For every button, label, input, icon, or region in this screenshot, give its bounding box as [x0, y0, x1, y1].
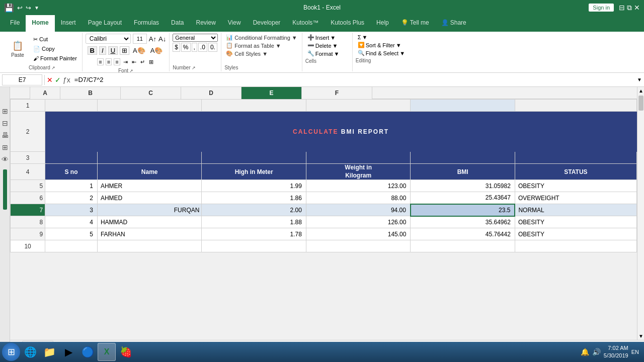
cell-d6[interactable]: 88.00: [306, 192, 411, 204]
cell-e1[interactable]: [411, 100, 515, 112]
taskbar-app-icon[interactable]: 🍓: [117, 343, 135, 361]
cell-e7[interactable]: 23.5: [411, 204, 515, 216]
cut-button[interactable]: ✂ Cut: [31, 35, 79, 44]
cell-a1[interactable]: [45, 100, 98, 112]
underline-button[interactable]: U: [108, 46, 118, 55]
taskbar-notification-icon[interactable]: 🔔: [581, 348, 589, 356]
format-painter-button[interactable]: 🖌 Format Painter: [31, 54, 79, 62]
name-box[interactable]: [2, 74, 42, 85]
wrap-text-icon[interactable]: ↵: [139, 59, 146, 65]
clipboard-expand-icon[interactable]: ↗: [51, 65, 55, 70]
start-button[interactable]: ⊞: [2, 343, 20, 361]
fat-dropdown-icon[interactable]: ▼: [276, 43, 281, 49]
font-size-input[interactable]: [133, 34, 147, 44]
tab-kutools-plus[interactable]: Kutools Plus: [325, 15, 370, 32]
cell-e9[interactable]: 45.76442: [411, 228, 515, 240]
restore-icon[interactable]: ⧉: [627, 4, 632, 12]
cell-b1[interactable]: [97, 100, 202, 112]
taskbar-browser-icon[interactable]: 🌐: [21, 343, 39, 361]
insert-function-icon[interactable]: ƒx: [63, 76, 70, 84]
tab-kutools[interactable]: Kutools™: [286, 15, 325, 32]
cell-d4[interactable]: Weight inKilogram: [306, 164, 411, 180]
scroll-down-button[interactable]: ▼: [637, 332, 644, 340]
formula-input[interactable]: [72, 74, 635, 85]
cell-e5[interactable]: 31.05982: [411, 180, 515, 192]
col-header-b[interactable]: B: [60, 87, 121, 99]
font-family-select[interactable]: Calibri: [86, 34, 131, 44]
insert-dropdown-icon[interactable]: ▼: [330, 35, 336, 41]
col-header-e[interactable]: E: [242, 87, 302, 99]
cell-f9[interactable]: OBESITY: [515, 228, 636, 240]
tab-tell-me[interactable]: 💡 Tell me: [395, 15, 435, 32]
find-select-button[interactable]: 🔍 Find & Select ▼: [356, 49, 407, 57]
cell-b8[interactable]: HAMMAD: [97, 216, 202, 228]
vertical-scrollbar[interactable]: ▲ ▼: [637, 87, 644, 340]
cell-b3[interactable]: [97, 152, 202, 164]
scroll-thumb[interactable]: [638, 96, 643, 111]
cell-c5[interactable]: 1.99: [202, 180, 306, 192]
fill-color-icon[interactable]: A🎨: [131, 47, 147, 54]
tab-help[interactable]: Help: [370, 15, 395, 32]
cell-b7[interactable]: FURQAN: [97, 204, 202, 216]
bmi-header-cell[interactable]: CALCULATE BMI REPORT: [45, 112, 637, 152]
merge-icon[interactable]: ⊞: [148, 59, 154, 65]
tab-view[interactable]: View: [222, 15, 247, 32]
cancel-formula-icon[interactable]: ✕: [47, 76, 53, 84]
cell-c6[interactable]: 1.86: [202, 192, 306, 204]
conditional-formatting-button[interactable]: 📊 Conditional Formatting ▼: [224, 34, 299, 41]
col-header-c[interactable]: C: [121, 87, 181, 99]
taskbar-explorer-icon[interactable]: 📁: [40, 343, 58, 361]
align-right-icon[interactable]: ≡: [114, 58, 120, 65]
copy-button[interactable]: 📄 Copy: [31, 45, 79, 53]
confirm-formula-icon[interactable]: ✓: [55, 76, 61, 84]
align-center-icon[interactable]: ≡: [106, 58, 112, 65]
border-icon[interactable]: ⊞: [120, 46, 129, 55]
number-format-select[interactable]: General: [173, 34, 218, 42]
cell-c7[interactable]: 2.00: [202, 204, 306, 216]
delete-button[interactable]: ➖ Delete ▼: [305, 42, 349, 49]
cell-f5[interactable]: OBESITY: [515, 180, 636, 192]
dec-increase-icon[interactable]: .0: [198, 43, 207, 52]
cell-f7[interactable]: NORMAL: [515, 204, 636, 216]
cell-f10[interactable]: [515, 240, 636, 252]
tab-home[interactable]: Home: [26, 15, 54, 32]
cell-c9[interactable]: 1.78: [202, 228, 306, 240]
quick-access-icon[interactable]: ▼: [34, 5, 39, 11]
cell-b10[interactable]: [97, 240, 202, 252]
cell-a3[interactable]: [45, 152, 98, 164]
cell-b6[interactable]: AHMED: [97, 192, 202, 204]
currency-icon[interactable]: $: [173, 43, 180, 52]
cell-styles-button[interactable]: 🎨 Cell Styles ▼: [224, 50, 299, 57]
decrease-font-icon[interactable]: A↓: [158, 35, 166, 43]
tab-review[interactable]: Review: [190, 15, 221, 32]
scroll-up-button[interactable]: ▲: [637, 87, 644, 95]
number-expand-icon[interactable]: ↗: [192, 65, 196, 70]
sort-filter-button[interactable]: 🔽 Sort & Filter ▼: [356, 41, 407, 49]
cell-a7[interactable]: 3: [45, 204, 98, 216]
tab-share[interactable]: 👤 Share: [435, 15, 472, 32]
paste-button[interactable]: 📋 Paste: [5, 38, 30, 60]
cell-d7[interactable]: 94.00: [306, 204, 411, 216]
cell-a10[interactable]: [45, 240, 98, 252]
increase-font-icon[interactable]: A↑: [149, 35, 156, 43]
cell-d9[interactable]: 145.00: [306, 228, 411, 240]
col-header-f[interactable]: F: [302, 87, 372, 99]
cell-d10[interactable]: [306, 240, 411, 252]
tab-file[interactable]: File: [4, 15, 26, 32]
cell-f6[interactable]: OVERWEIGHT: [515, 192, 636, 204]
insert-button[interactable]: ➕ Insert ▼: [305, 34, 349, 41]
close-icon[interactable]: ✕: [634, 4, 640, 12]
delete-dropdown-icon[interactable]: ▼: [333, 43, 338, 49]
font-expand-icon[interactable]: ↗: [129, 68, 133, 73]
cell-c1[interactable]: [202, 100, 306, 112]
bold-button[interactable]: B: [88, 46, 97, 55]
autosum-button[interactable]: Σ ▼: [356, 34, 407, 41]
minimize-icon[interactable]: ⊟: [619, 4, 625, 12]
tab-data[interactable]: Data: [165, 15, 190, 32]
format-dropdown-icon[interactable]: ▼: [334, 51, 340, 57]
tab-page-layout[interactable]: Page Layout: [82, 15, 128, 32]
cell-d1[interactable]: [306, 100, 411, 112]
cell-a4[interactable]: S no: [45, 164, 98, 180]
find-dropdown-icon[interactable]: ▼: [399, 50, 405, 56]
font-color-icon[interactable]: A🎨: [149, 47, 165, 54]
